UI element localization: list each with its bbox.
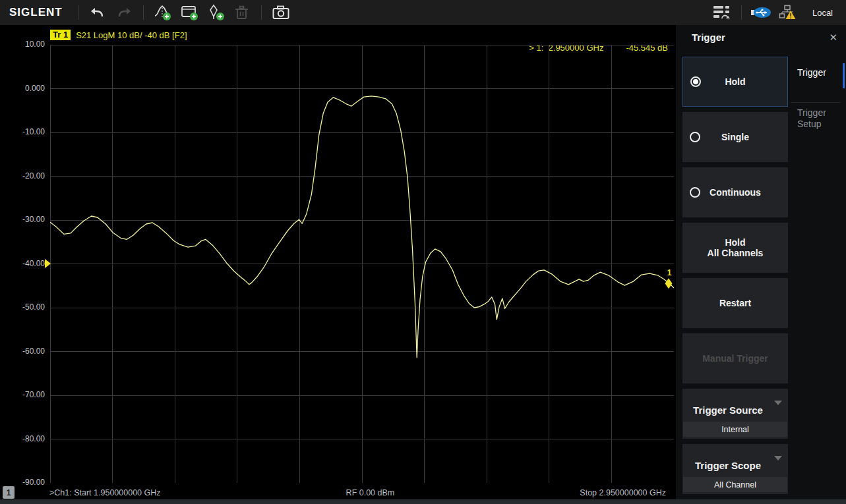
trigger-source-value[interactable]: Internal xyxy=(683,422,787,437)
redo-button[interactable] xyxy=(113,3,135,22)
toolbar-divider xyxy=(78,5,78,20)
y-axis-tick: -20.00 xyxy=(3,171,45,181)
tab-label: Trigger Setup xyxy=(797,107,826,129)
add-trace-icon xyxy=(154,4,172,21)
hold-all-channels-label: Hold All Channels xyxy=(682,237,788,258)
panel-tab-strip: TriggerTrigger Setup xyxy=(788,25,846,504)
chevron-down-icon xyxy=(774,456,782,461)
usb-status-button[interactable] xyxy=(750,3,771,22)
top-toolbar: SIGLENT xyxy=(0,0,846,25)
svg-text:!: ! xyxy=(789,13,791,20)
continuous-label: Continuous xyxy=(682,187,788,198)
siglent-logo: SIGLENT xyxy=(9,6,63,19)
camera-icon xyxy=(272,5,289,20)
trigger-scope-value[interactable]: All Channel xyxy=(683,477,787,492)
marker-number-label: 1 xyxy=(667,268,672,277)
active-tab-indicator xyxy=(843,63,845,88)
tab-trigger-setup[interactable]: Trigger Setup xyxy=(788,107,846,130)
y-axis-tick: 0.000 xyxy=(3,84,45,93)
usb-icon xyxy=(750,7,771,18)
hold-button[interactable]: Hold xyxy=(682,57,788,107)
stop-frequency-label[interactable]: Stop 2.950000000 GHz xyxy=(580,488,666,497)
toolbar-right-group: ! Local xyxy=(709,3,839,22)
y-axis-tick: -80.00 xyxy=(3,434,45,443)
y-axis-tick: -70.00 xyxy=(3,390,45,399)
y-axis-tick: -50.00 xyxy=(3,302,45,312)
y-axis-tick: -60.00 xyxy=(3,347,45,356)
sweep-mode-button[interactable] xyxy=(711,3,733,22)
trace-badge[interactable]: Tr 1 xyxy=(50,30,71,40)
add-window-icon xyxy=(180,4,198,21)
manual-trigger-button: Manual Trigger xyxy=(682,333,788,383)
chart-wrap: 1 xyxy=(50,45,674,483)
toolbar-divider xyxy=(741,5,742,20)
manual-trigger-label: Manual Trigger xyxy=(682,353,788,364)
single-button[interactable]: Single xyxy=(682,112,788,162)
add-marker-icon xyxy=(206,4,225,21)
sweep-mode-icon xyxy=(713,5,731,20)
single-label: Single xyxy=(682,132,788,142)
rf-power-label[interactable]: RF 0.00 dBm xyxy=(346,488,395,497)
screenshot-button[interactable] xyxy=(270,3,291,22)
hold-label: Hold xyxy=(683,76,787,87)
add-window-button[interactable] xyxy=(179,3,200,22)
continuous-button[interactable]: Continuous xyxy=(682,167,788,217)
trigger-panel: Trigger ✕ HoldSingleContinuousHold All C… xyxy=(676,25,846,504)
y-axis-tick: -10.00 xyxy=(3,127,45,136)
chart-area[interactable]: 1 xyxy=(50,45,674,483)
trigger-scope-label: Trigger Scope xyxy=(686,460,770,471)
trigger-source-dropdown[interactable]: Trigger SourceInternal xyxy=(682,389,788,439)
restart-label: Restart xyxy=(682,298,788,308)
redo-icon xyxy=(117,7,131,18)
trigger-scope-dropdown[interactable]: Trigger ScopeAll Channel xyxy=(682,444,788,494)
restart-button[interactable]: Restart xyxy=(682,278,788,328)
delete-button[interactable] xyxy=(231,3,253,22)
plot-region: Tr 1 S21 LogM 10 dB/ -40 dB [F2] > 1: 2.… xyxy=(0,25,676,504)
tab-trigger[interactable]: Trigger xyxy=(788,67,846,78)
undo-button[interactable] xyxy=(87,3,108,22)
y-axis-tick: -30.00 xyxy=(3,215,45,224)
toolbar-divider xyxy=(143,5,144,20)
bottom-edge-strip xyxy=(0,499,846,504)
reference-level-marker[interactable] xyxy=(45,259,51,268)
add-marker-button[interactable] xyxy=(205,3,226,22)
trace-header[interactable]: Tr 1 S21 LogM 10 dB/ -40 dB [F2] xyxy=(50,30,187,40)
undo-icon xyxy=(90,7,105,18)
hold-all-channels-button[interactable]: Hold All Channels xyxy=(682,223,788,273)
marker-diamond[interactable] xyxy=(665,278,673,289)
trigger-source-label: Trigger Source xyxy=(686,405,770,416)
lan-warning-icon: ! xyxy=(779,5,796,20)
panel-title: Trigger xyxy=(692,32,725,43)
start-frequency-label[interactable]: >Ch1: Start 1.950000000 GHz xyxy=(49,488,161,497)
trash-icon xyxy=(233,4,251,21)
y-axis-tick: -40.00 xyxy=(3,259,45,268)
trace-settings-label[interactable]: S21 LogM 10 dB/ -40 dB [F2] xyxy=(76,30,187,40)
toolbar-divider xyxy=(261,5,262,20)
local-mode-button[interactable]: Local xyxy=(812,8,833,18)
add-trace-button[interactable] xyxy=(152,3,173,22)
y-axis-tick: 10.00 xyxy=(3,40,45,49)
tab-label: Trigger xyxy=(797,67,826,78)
chevron-down-icon xyxy=(774,401,782,405)
channel-badge: 1 xyxy=(3,486,15,499)
lan-status-button[interactable]: ! xyxy=(777,3,798,22)
channel-status-bar: 1 >Ch1: Start 1.950000000 GHz RF 0.00 dB… xyxy=(0,486,676,500)
tab-divider xyxy=(791,102,841,103)
